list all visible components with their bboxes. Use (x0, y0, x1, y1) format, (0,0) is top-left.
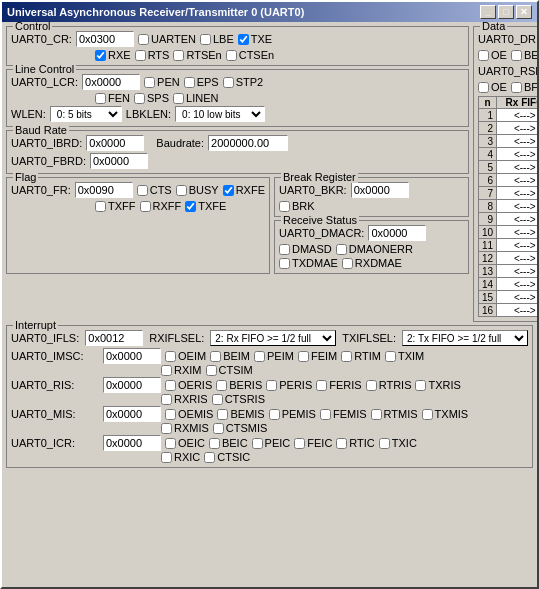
rxic-cb[interactable]: RXIC (161, 451, 200, 463)
rxim-cb[interactable]: RXIM (161, 364, 202, 376)
uarten-cb[interactable]: UARTEN (138, 33, 196, 45)
bkr-input[interactable] (351, 182, 409, 198)
oemis-cb[interactable]: OEMIS (165, 408, 213, 420)
dmaonerr-cb[interactable]: DMAONERR (336, 243, 413, 255)
ctsen-cb[interactable]: CTSEn (226, 49, 274, 61)
stp2-cb[interactable]: STP2 (223, 76, 264, 88)
lbklen-select[interactable]: 0: 10 low bits (175, 106, 265, 122)
txic-cb[interactable]: TXIC (379, 437, 417, 449)
beris-cb[interactable]: BERIS (216, 379, 262, 391)
lcr-input[interactable] (82, 74, 140, 90)
rxdmae-cb[interactable]: RXDMAE (342, 257, 402, 269)
rsr-oe-cb[interactable]: OE (478, 81, 507, 93)
ris-input[interactable] (103, 377, 161, 393)
pen-cb[interactable]: PEN (144, 76, 180, 88)
dmasd-cb[interactable]: DMASD (279, 243, 332, 255)
cr-input[interactable] (76, 31, 134, 47)
femis-cb[interactable]: FEMIS (320, 408, 367, 420)
txiflsel-label: TXIFLSEL: (342, 332, 396, 344)
fifo-n: 16 (479, 304, 497, 317)
brk-cb[interactable]: BRK (279, 200, 315, 212)
rxff-cb[interactable]: RXFF (140, 200, 182, 212)
txe-cb[interactable]: TXE (238, 33, 272, 45)
fifo-n: 4 (479, 148, 497, 161)
oeic-cb[interactable]: OEIC (165, 437, 205, 449)
cts-cb[interactable]: CTS (137, 184, 172, 196)
linen-cb[interactable]: LINEN (173, 92, 218, 104)
oeris-cb[interactable]: OERIS (165, 379, 212, 391)
peim-cb[interactable]: PEIM (254, 350, 294, 362)
ris-row: UART0_RIS: OERIS BERIS PERIS FERIS RTRIS… (11, 377, 528, 393)
mis-input[interactable] (103, 406, 161, 422)
rtmis-cb[interactable]: RTMIS (371, 408, 418, 420)
ctsris-cb[interactable]: CTSRIS (212, 393, 265, 405)
rts-cb[interactable]: RTS (135, 49, 170, 61)
txiflsel-select[interactable]: 2: Tx FIFO >= 1/2 full (402, 330, 528, 346)
fifo-row: 1 <---> <---> (479, 109, 537, 122)
pemis-cb[interactable]: PEMIS (269, 408, 316, 420)
feris-cb[interactable]: FERIS (316, 379, 361, 391)
fr-input[interactable] (75, 182, 133, 198)
rxfe-cb[interactable]: RXFE (223, 184, 265, 196)
beim-cb[interactable]: BEIM (210, 350, 250, 362)
txmis-cb[interactable]: TXMIS (422, 408, 469, 420)
beic-cb[interactable]: BEIC (209, 437, 248, 449)
wlen-select[interactable]: 0: 5 bits (50, 106, 122, 122)
fifo-table: n Rx FIFO Tx FIFO 1 <---> <---> 2 <---> … (478, 96, 537, 317)
minimize-button[interactable]: _ (480, 5, 496, 19)
rsr-row: UART0_RSR: (478, 63, 537, 79)
txdmae-cb[interactable]: TXDMAE (279, 257, 338, 269)
icr-input[interactable] (103, 435, 161, 451)
rtic-cb[interactable]: RTIC (336, 437, 374, 449)
rtris-cb[interactable]: RTRIS (366, 379, 412, 391)
fifo-rx: <---> (497, 291, 537, 304)
fen-cb[interactable]: FEN (95, 92, 130, 104)
oeim-cb[interactable]: OEIM (165, 350, 206, 362)
txfe-cb[interactable]: TXFE (185, 200, 226, 212)
fbrd-input[interactable] (90, 153, 148, 169)
fifo-n: 3 (479, 135, 497, 148)
feic-cb[interactable]: FEIC (294, 437, 332, 449)
eps-cb[interactable]: EPS (184, 76, 219, 88)
txff-cb[interactable]: TXFF (95, 200, 136, 212)
title-bar-buttons: _ □ ✕ (480, 5, 532, 19)
imsc-input[interactable] (103, 348, 161, 364)
dmacr-row: UART0_DMACR: (279, 225, 464, 241)
busy-cb[interactable]: BUSY (176, 184, 219, 196)
txim-cb[interactable]: TXIM (385, 350, 424, 362)
peris-cb[interactable]: PERIS (266, 379, 312, 391)
ifls-input[interactable] (85, 330, 143, 346)
ctsim-cb[interactable]: CTSIM (206, 364, 253, 376)
flag-label: Flag (13, 171, 38, 183)
fifo-rx: <---> (497, 226, 537, 239)
rxris-cb[interactable]: RXRIS (161, 393, 208, 405)
rtim-cb[interactable]: RTIM (341, 350, 381, 362)
data-group: Data UART0_DR: OE BE PE FE UART0_RSR: (473, 26, 537, 322)
rsr-bf-cb[interactable]: BF (511, 81, 537, 93)
fifo-container: n Rx FIFO Tx FIFO 1 <---> <---> 2 <---> … (478, 96, 537, 317)
ibrd-input[interactable] (86, 135, 144, 151)
fifo-row: 13 <---> <---> (479, 265, 537, 278)
bemis-cb[interactable]: BEMIS (217, 408, 264, 420)
dmacr-input[interactable] (368, 225, 426, 241)
icr-row: UART0_ICR: OEIC BEIC PEIC FEIC RTIC TXIC (11, 435, 528, 451)
sps-cb[interactable]: SPS (134, 92, 169, 104)
dr-be-cb[interactable]: BE (511, 49, 537, 61)
ctsmis-cb[interactable]: CTSMIS (213, 422, 268, 434)
rxiflsel-select[interactable]: 2: Rx FIFO >= 1/2 full (210, 330, 336, 346)
lbe-cb[interactable]: LBE (200, 33, 234, 45)
mis-row: UART0_MIS: OEMIS BEMIS PEMIS FEMIS RTMIS… (11, 406, 528, 422)
rtsen-cb[interactable]: RTSEn (173, 49, 221, 61)
dr-oe-cb[interactable]: OE (478, 49, 507, 61)
rxmis-cb[interactable]: RXMIS (161, 422, 209, 434)
ctsic-cb[interactable]: CTSIC (204, 451, 250, 463)
rxe-cb[interactable]: RXE (95, 49, 131, 61)
feim-cb[interactable]: FEIM (298, 350, 337, 362)
maximize-button[interactable]: □ (498, 5, 514, 19)
peic-cb[interactable]: PEIC (252, 437, 291, 449)
fbrd-row: UART0_FBRD: (11, 153, 464, 169)
interrupt-top-row: UART0_IFLS: RXIFLSEL: 2: Rx FIFO >= 1/2 … (11, 330, 528, 346)
txris-cb[interactable]: TXRIS (415, 379, 460, 391)
close-button[interactable]: ✕ (516, 5, 532, 19)
baudrate-input[interactable] (208, 135, 288, 151)
